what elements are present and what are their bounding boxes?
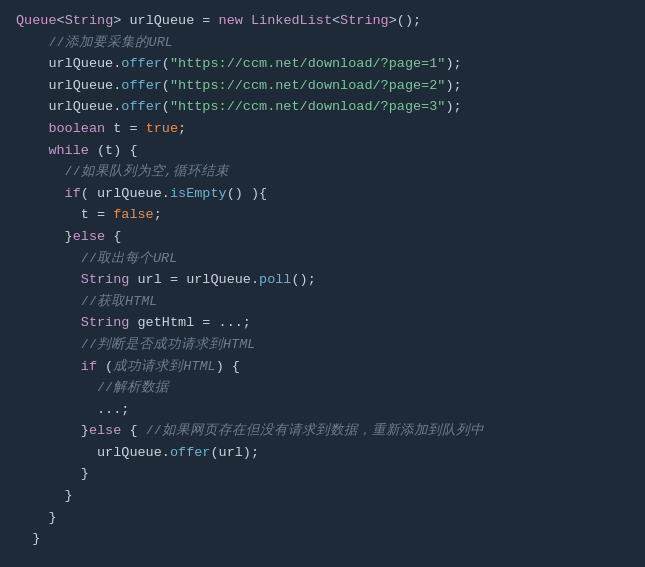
code-line-21: urlQueue.offer(url);: [16, 442, 629, 464]
code-line-18: //解析数据: [16, 377, 629, 399]
code-line-15: String getHtml = ...;: [16, 312, 629, 334]
code-line-3: urlQueue.offer("https://ccm.net/download…: [16, 53, 629, 75]
code-line-16: //判断是否成功请求到HTML: [16, 334, 629, 356]
code-line-11: }else {: [16, 226, 629, 248]
code-line-9: if( urlQueue.isEmpty() ){: [16, 183, 629, 205]
code-line-13: String url = urlQueue.poll();: [16, 269, 629, 291]
code-line-14: //获取HTML: [16, 291, 629, 313]
code-line-25: }: [16, 528, 629, 550]
code-line-4: urlQueue.offer("https://ccm.net/download…: [16, 75, 629, 97]
code-line-1: Queue<String> urlQueue = new LinkedList<…: [16, 10, 629, 32]
code-line-19: ...;: [16, 399, 629, 421]
code-line-6: boolean t = true;: [16, 118, 629, 140]
code-line-5: urlQueue.offer("https://ccm.net/download…: [16, 96, 629, 118]
code-line-12: //取出每个URL: [16, 248, 629, 270]
code-line-2: //添加要采集的URL: [16, 32, 629, 54]
code-editor: Queue<String> urlQueue = new LinkedList<…: [0, 0, 645, 567]
code-line-22: }: [16, 463, 629, 485]
code-line-8: //如果队列为空,循环结束: [16, 161, 629, 183]
code-line-10: t = false;: [16, 204, 629, 226]
code-line-24: }: [16, 507, 629, 529]
code-line-23: }: [16, 485, 629, 507]
code-line-7: while (t) {: [16, 140, 629, 162]
code-line-17: if (成功请求到HTML) {: [16, 356, 629, 378]
code-line-20: }else { //如果网页存在但没有请求到数据，重新添加到队列中: [16, 420, 629, 442]
